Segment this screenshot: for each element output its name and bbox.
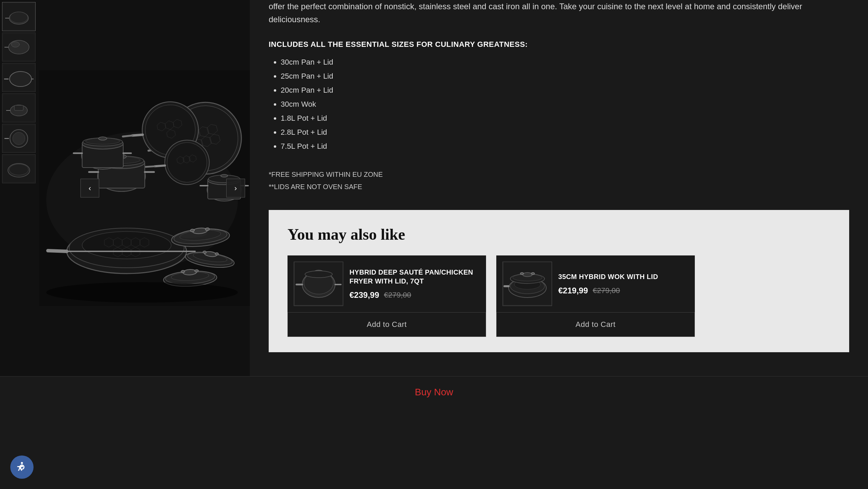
product-card-2: 35CM HYBRID WOK WITH LID €219,99 €279,00… <box>496 255 695 337</box>
product-card-1-price-current: €239,99 <box>349 290 379 300</box>
product-card-1-price-original: €279,00 <box>384 291 411 300</box>
product-card-2-price-original: €279,00 <box>593 286 620 295</box>
svg-point-6 <box>11 42 20 47</box>
product-card-2-info: 35CM HYBRID WOK WITH LID €219,99 €279,00 <box>558 272 689 295</box>
svg-point-105 <box>195 269 199 272</box>
product-card-1-price: €239,99 €279,00 <box>349 290 480 300</box>
product-card-2-price: €219,99 €279,00 <box>558 286 689 295</box>
add-to-cart-button-1[interactable]: Add to Cart <box>288 312 486 337</box>
svg-point-22 <box>9 164 28 175</box>
includes-list-item: 20cm Pan + Lid <box>281 84 849 96</box>
product-cards: HYBRID DEEP SAUTÉ PAN/CHICKEN FRYER WITH… <box>288 255 830 337</box>
svg-point-99 <box>215 252 219 255</box>
includes-list-item: 2.8L Pot + Lid <box>281 127 849 138</box>
thumbnail-1[interactable] <box>2 2 36 31</box>
product-card-1-info: HYBRID DEEP SAUTÉ PAN/CHICKEN FRYER WITH… <box>349 268 480 300</box>
svg-point-75 <box>82 232 171 259</box>
add-to-cart-button-2[interactable]: Add to Cart <box>496 312 695 337</box>
svg-point-124 <box>21 462 23 464</box>
thumbnail-list <box>0 0 39 376</box>
main-image-area: ‹ <box>39 0 250 376</box>
svg-point-120 <box>523 273 532 277</box>
product-card-1-image <box>294 262 343 306</box>
product-card-2-inner: 35CM HYBRID WOK WITH LID €219,99 €279,00 <box>496 255 695 312</box>
includes-list-item: 30cm Pan + Lid <box>281 56 849 68</box>
shipping-info: *FREE SHIPPING WITHIN EU ZONE **LIDS ARE… <box>269 168 849 193</box>
product-card-2-image <box>502 262 552 306</box>
includes-list-item: 1.8L Pot + Lid <box>281 113 849 124</box>
product-card-1-inner: HYBRID DEEP SAUTÉ PAN/CHICKEN FRYER WITH… <box>288 255 486 312</box>
shipping-line-2: **LIDS ARE NOT OVEN SAFE <box>269 181 849 193</box>
svg-point-106 <box>46 282 238 303</box>
product-card-1-title: HYBRID DEEP SAUTÉ PAN/CHICKEN FRYER WITH… <box>349 268 480 286</box>
thumbnail-4[interactable] <box>2 93 36 122</box>
also-like-section: You may also like <box>269 210 849 352</box>
accessibility-button[interactable] <box>10 455 34 479</box>
includes-list-item: 25cm Pan + Lid <box>281 70 849 82</box>
product-card-2-price-current: €219,99 <box>558 286 588 295</box>
svg-point-5 <box>9 40 29 54</box>
svg-point-104 <box>181 270 185 273</box>
includes-list-item: 7.5L Pot + Lid <box>281 141 849 152</box>
thumbnail-2[interactable] <box>2 32 36 62</box>
product-card-1: HYBRID DEEP SAUTÉ PAN/CHICKEN FRYER WITH… <box>288 255 486 337</box>
includes-heading: INCLUDES ALL THE ESSENTIAL SIZES FOR CUL… <box>269 40 849 49</box>
shipping-line-1: *FREE SHIPPING WITHIN EU ZONE <box>269 168 849 181</box>
svg-point-113 <box>305 271 332 278</box>
svg-point-3 <box>10 12 28 23</box>
svg-point-63 <box>99 137 107 140</box>
buy-now-link[interactable]: Buy Now <box>415 387 453 398</box>
product-description: offer the perfect combination of nonstic… <box>269 0 849 26</box>
svg-point-121 <box>520 273 524 275</box>
thumbnail-3[interactable] <box>2 63 36 92</box>
prev-image-button[interactable]: ‹ <box>80 179 99 198</box>
svg-point-93 <box>205 228 209 231</box>
gallery-section: ‹ <box>0 0 250 376</box>
product-card-2-title: 35CM HYBRID WOK WITH LID <box>558 272 689 281</box>
thumbnail-5[interactable] <box>2 124 36 153</box>
svg-point-122 <box>531 273 535 275</box>
next-image-button[interactable]: › <box>226 179 245 198</box>
includes-list: 30cm Pan + Lid25cm Pan + Lid20cm Pan + L… <box>269 56 849 155</box>
svg-rect-14 <box>14 105 23 110</box>
svg-point-9 <box>10 71 31 87</box>
svg-line-84 <box>48 251 67 251</box>
svg-point-92 <box>190 229 195 232</box>
product-details: offer the perfect combination of nonstic… <box>250 0 868 376</box>
svg-point-70 <box>221 174 228 177</box>
svg-line-48 <box>155 165 165 167</box>
includes-list-item: 30cm Wok <box>281 98 849 110</box>
svg-point-98 <box>203 251 206 253</box>
bottom-bar: Buy Now <box>0 376 868 408</box>
svg-point-18 <box>13 132 25 145</box>
also-like-heading: You may also like <box>288 225 830 243</box>
accessibility-icon <box>16 461 28 473</box>
thumbnail-6[interactable] <box>2 154 36 183</box>
